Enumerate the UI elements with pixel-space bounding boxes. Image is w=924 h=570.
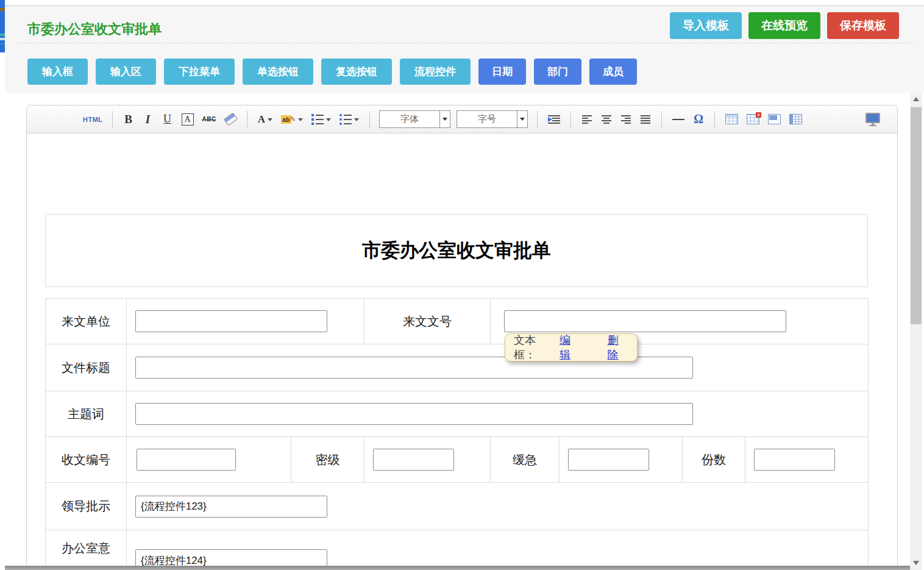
pencil-icon: ✎ [290, 115, 296, 123]
table-row: 领导批示 [46, 483, 869, 530]
table-properties-icon [768, 114, 781, 124]
scroll-up-button[interactable] [910, 93, 922, 105]
editor-toolbar: HTML B I U A ABC A ab✎ [27, 105, 897, 134]
unordered-list-button[interactable] [338, 110, 360, 129]
font-family-select[interactable]: 字体 [379, 110, 450, 128]
field-label-receipt-number: 收文编号 [46, 437, 127, 483]
delete-control-link[interactable]: 删除 [608, 333, 629, 362]
eraser-button[interactable] [224, 110, 238, 129]
delete-table-button[interactable] [745, 110, 761, 129]
source-unit-input[interactable] [135, 310, 327, 332]
bold-button[interactable]: B [122, 110, 135, 129]
editor-panel: HTML B I U A ABC A ab✎ [26, 105, 898, 570]
table-row: 来文单位 来文文号 [46, 299, 869, 344]
add-textbox-button[interactable]: 输入框 [27, 59, 88, 85]
delete-table-icon [747, 114, 759, 124]
ordered-list-button[interactable] [310, 110, 332, 129]
highlight-button[interactable]: ab✎ [280, 110, 304, 129]
toolbar-separator [570, 111, 571, 128]
dropdown-caret-icon [326, 118, 331, 124]
add-dropdown-button[interactable]: 下拉菜单 [164, 59, 235, 85]
header-actions: 导入模板 在线预览 保存模板 [670, 12, 899, 39]
field-label-copies: 份数 [683, 437, 745, 483]
select-arrow-icon[interactable] [439, 111, 450, 127]
document-number-input[interactable] [504, 310, 786, 332]
toolbar-separator [369, 111, 370, 128]
align-right-button[interactable] [619, 110, 633, 129]
italic-button[interactable]: I [141, 110, 155, 129]
monitor-icon [865, 113, 880, 123]
indent-button[interactable] [547, 110, 561, 129]
dropdown-caret-icon [354, 118, 359, 124]
insert-table-button[interactable] [724, 110, 739, 129]
field-label-leader-instructions: 领导批示 [46, 483, 127, 530]
online-preview-button[interactable]: 在线预览 [748, 12, 820, 39]
add-member-button[interactable]: 成员 [589, 59, 637, 85]
toolbar-separator [661, 111, 662, 128]
font-color-icon: A [258, 113, 265, 126]
table-properties-button[interactable] [767, 110, 782, 129]
align-justify-icon [641, 115, 650, 124]
table-row: 收文编号 密级 缓急 份数 [46, 437, 869, 483]
leader-instructions-control-input[interactable] [135, 496, 327, 518]
receipt-number-input[interactable] [137, 449, 236, 471]
special-char-button[interactable]: Ω [692, 110, 705, 129]
cell-properties-button[interactable] [788, 110, 803, 129]
indent-icon [548, 115, 560, 124]
control-context-tooltip: 文本框： 编辑 删除 [505, 333, 638, 362]
table-row: 主题词 [46, 391, 869, 437]
toolbar-separator [714, 111, 715, 128]
field-label-subject-words: 主题词 [46, 391, 127, 437]
monitor-base [869, 125, 876, 126]
style-box-button[interactable]: A [180, 110, 195, 129]
field-label-document-number: 来文文号 [364, 299, 491, 344]
page-title: 市委办公室收文审批单 [27, 20, 162, 38]
underline-button[interactable]: U [161, 110, 174, 129]
field-label-urgency: 缓急 [491, 437, 560, 483]
add-radio-button[interactable]: 单选按钮 [243, 59, 313, 85]
copies-input[interactable] [754, 449, 835, 471]
field-label-document-title: 文件标题 [46, 344, 127, 391]
vertical-scrollbar[interactable] [910, 93, 922, 570]
add-department-button[interactable]: 部门 [534, 59, 581, 85]
tooltip-label: 文本框： [514, 333, 556, 362]
align-right-icon [621, 115, 631, 124]
subject-words-input[interactable] [135, 403, 693, 425]
dropdown-caret-icon [298, 118, 303, 124]
select-arrow-icon[interactable] [517, 111, 527, 127]
editor-content-area[interactable]: 市委办公室收文审批单 来文单位 来文文号 文件标题 主题 [27, 134, 897, 570]
font-size-select[interactable]: 字号 [457, 110, 528, 128]
strikethrough-button[interactable]: ABC [201, 110, 218, 129]
align-center-icon [602, 115, 611, 124]
scroll-down-button[interactable] [910, 557, 922, 569]
save-template-button[interactable]: 保存模板 [827, 12, 899, 39]
html-source-button[interactable]: HTML [83, 116, 103, 123]
add-checkbox-button[interactable]: 复选按钮 [321, 59, 392, 85]
add-date-button[interactable]: 日期 [478, 59, 526, 85]
align-left-button[interactable] [580, 110, 594, 129]
horizontal-rule-button[interactable] [671, 110, 686, 129]
edit-control-link[interactable]: 编辑 [560, 333, 581, 362]
insert-table-icon [725, 114, 738, 124]
scrollbar-thumb[interactable] [911, 107, 922, 324]
document-title: 市委办公室收文审批单 [362, 238, 551, 263]
font-color-button[interactable]: A [257, 110, 274, 129]
add-textarea-button[interactable]: 输入区 [96, 59, 156, 85]
field-label-source-unit: 来文单位 [46, 299, 127, 344]
document-title-box: 市委办公室收文审批单 [45, 214, 868, 287]
add-flow-control-button[interactable]: 流程控件 [400, 59, 471, 85]
align-left-icon [582, 115, 592, 124]
align-center-button[interactable] [600, 110, 613, 129]
import-template-button[interactable]: 导入模板 [670, 12, 742, 39]
window-edge-mark [0, 8, 5, 11]
background-window-edge [0, 0, 5, 52]
fullscreen-button[interactable] [865, 113, 880, 126]
security-level-input[interactable] [373, 449, 454, 471]
window-edge-mark [0, 34, 5, 36]
cell-properties-icon [789, 114, 802, 124]
font-size-value: 字号 [457, 111, 517, 127]
ordered-list-icon [311, 114, 324, 125]
align-justify-button[interactable] [639, 110, 652, 129]
urgency-input[interactable] [568, 449, 649, 471]
toolbar-separator [247, 111, 247, 128]
